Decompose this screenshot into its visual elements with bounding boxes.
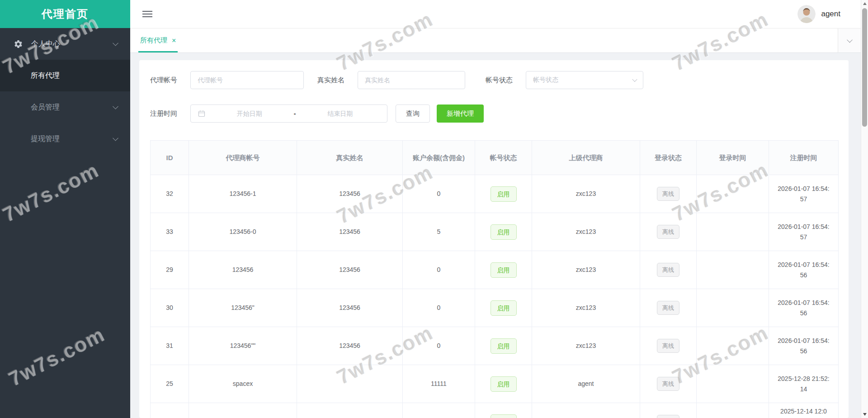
status-badge: 启用 [491, 376, 517, 392]
cell-balance: 11111 [403, 365, 475, 403]
scrollbar[interactable] [861, 0, 868, 418]
chevron-down-icon [113, 104, 118, 109]
cell-real-name: 123456 [297, 175, 403, 213]
cell-status: 启用 [475, 251, 532, 289]
login-status-badge: 离线 [657, 339, 679, 353]
cell-id: 32 [151, 175, 189, 213]
login-status-badge: 离线 [657, 187, 679, 201]
cell-real-name: 123456 [297, 289, 403, 327]
avatar [797, 5, 816, 23]
start-date-input[interactable] [208, 110, 291, 117]
cell-parent: zxc123 [532, 251, 640, 289]
main-area: agent 所有代理 × 代理帐号 真实姓名 帐号状态 [130, 0, 861, 418]
login-status-badge: 离线 [657, 415, 679, 418]
cell-parent: zxc123 [532, 289, 640, 327]
account-status-select[interactable]: 帐号状态 [526, 71, 643, 89]
chevron-down-icon [113, 40, 118, 46]
end-date-input[interactable] [298, 110, 382, 117]
register-time-label: 注册时间 [150, 109, 177, 118]
cell-login-time [697, 403, 769, 418]
sidebar-item-label: 所有代理 [31, 71, 60, 81]
cell-register-time: 2026-01-07 16:54:56 [769, 251, 839, 289]
cell-status: 启用 [475, 327, 532, 365]
cell-id [151, 403, 189, 418]
topbar: agent [130, 0, 861, 28]
login-status-badge: 离线 [657, 263, 679, 277]
cell-account: 123456-1 [189, 175, 297, 213]
user-menu[interactable]: agent [797, 5, 840, 23]
date-range-separator: - [291, 110, 299, 117]
cell-account [189, 403, 297, 418]
cell-register-time: 2026-01-07 16:54:57 [769, 213, 839, 251]
cell-balance: 0 [403, 251, 475, 289]
hamburger-menu-icon[interactable] [142, 9, 152, 19]
column-header-1: 代理商帐号 [189, 141, 297, 175]
cell-balance: 0 [403, 327, 475, 365]
table-row: 启用离线2025-12-14 12:0 [151, 403, 839, 418]
register-date-range-picker[interactable]: - [190, 104, 387, 123]
search-button[interactable]: 查询 [396, 104, 430, 123]
username-label: agent [821, 10, 840, 19]
column-header-6: 登录状态 [640, 141, 697, 175]
column-header-5: 上级代理商 [532, 141, 640, 175]
filter-row-1: 代理帐号 真实姓名 帐号状态 帐号状态 [150, 71, 838, 89]
cell-real-name: 123456 [297, 251, 403, 289]
tab-list-dropdown-button[interactable] [838, 28, 861, 52]
cell-real-name [297, 365, 403, 403]
status-badge: 启用 [491, 300, 517, 316]
real-name-label: 真实姓名 [317, 76, 344, 85]
cell-login-time [697, 175, 769, 213]
scroll-up-arrow[interactable] [861, 0, 868, 7]
cell-balance: 5 [403, 213, 475, 251]
cell-balance: 0 [403, 289, 475, 327]
table-row: 30123456"1234560启用zxc123离线2026-01-07 16:… [151, 289, 839, 327]
sidebar-menu: 个人中心 所有代理 会员管理 提现管理 [0, 28, 130, 155]
column-header-3: 账户余额(含佣金) [403, 141, 475, 175]
tab-label: 所有代理 [140, 36, 167, 45]
real-name-input[interactable] [358, 71, 465, 89]
agent-account-label: 代理帐号 [150, 76, 177, 85]
cell-balance [403, 403, 475, 418]
scroll-down-arrow[interactable] [861, 411, 868, 418]
sidebar-item-withdraw-management[interactable]: 提现管理 [0, 123, 130, 155]
cell-status: 启用 [475, 403, 532, 418]
table-row: 33123456-01234565启用zxc123离线2026-01-07 16… [151, 213, 839, 251]
sidebar-item-personal-center[interactable]: 个人中心 [0, 28, 130, 60]
status-badge: 启用 [491, 224, 517, 240]
agents-table: ID代理商帐号真实姓名账户余额(含佣金)帐号状态上级代理商登录状态登录时间注册时… [150, 140, 839, 418]
app-title: 代理首页 [42, 7, 89, 21]
column-header-7: 登录时间 [697, 141, 769, 175]
column-header-0: ID [151, 141, 189, 175]
cell-login-status: 离线 [640, 403, 697, 418]
tab-all-agents[interactable]: 所有代理 × [138, 28, 178, 52]
cell-balance: 0 [403, 175, 475, 213]
sidebar-item-member-management[interactable]: 会员管理 [0, 91, 130, 123]
cell-account: 123456-0 [189, 213, 297, 251]
agent-account-input[interactable] [190, 71, 304, 89]
agents-card: 代理帐号 真实姓名 帐号状态 帐号状态 注册时间 [139, 60, 849, 418]
column-header-2: 真实姓名 [297, 141, 403, 175]
cell-status: 启用 [475, 175, 532, 213]
chevron-down-icon [847, 37, 853, 43]
cell-login-time [697, 289, 769, 327]
gear-icon [14, 39, 23, 49]
content-area: 代理帐号 真实姓名 帐号状态 帐号状态 注册时间 [130, 53, 861, 418]
login-status-badge: 离线 [657, 377, 679, 391]
sidebar: 代理首页 个人中心 所有代理 会员管理 提现管理 [0, 0, 130, 418]
column-header-8: 注册时间 [769, 141, 839, 175]
cell-parent: agent [532, 365, 640, 403]
scrollbar-thumb[interactable] [862, 8, 867, 127]
sidebar-item-all-agents[interactable]: 所有代理 [0, 60, 130, 91]
add-agent-button[interactable]: 新增代理 [437, 104, 484, 123]
cell-parent [532, 403, 640, 418]
cell-account: 123456"" [189, 327, 297, 365]
cell-login-time [697, 327, 769, 365]
sidebar-item-label: 个人中心 [31, 39, 60, 49]
cell-register-time: 2026-01-07 16:54:57 [769, 175, 839, 213]
column-header-4: 帐号状态 [475, 141, 532, 175]
cell-register-time: 2026-01-07 16:54:56 [769, 327, 839, 365]
cell-account: spacex [189, 365, 297, 403]
account-status-label: 帐号状态 [486, 76, 513, 85]
cell-status: 启用 [475, 213, 532, 251]
close-icon[interactable]: × [172, 37, 176, 44]
